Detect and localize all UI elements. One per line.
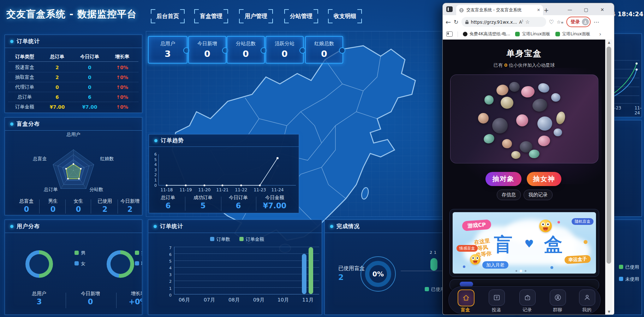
bar-plot-area bbox=[174, 247, 319, 294]
carousel-dot[interactable] bbox=[525, 270, 526, 272]
panel-title: 完成情况 bbox=[336, 223, 360, 230]
refresh-icon[interactable]: ↻ bbox=[454, 19, 458, 25]
tab-label[interactable]: 群聊 bbox=[553, 307, 562, 313]
save-info-button[interactable]: 存信息 bbox=[497, 190, 521, 200]
app-title: 单身宝盒 bbox=[443, 48, 606, 59]
draw-goddess-button[interactable]: 抽女神 bbox=[527, 172, 561, 186]
scrollbar-gutter bbox=[613, 40, 614, 315]
nav-site-management[interactable]: 分站管理 bbox=[284, 9, 318, 23]
right-x-label: 11-24 bbox=[634, 106, 642, 115]
tab-label[interactable]: 记录 bbox=[523, 307, 532, 313]
banner-image: 盲 ♥ 盒 游戏CP 随机盲盒 情感盲盒 幸运盒子 加入月老 在这里等风也等你 bbox=[453, 212, 596, 274]
bookmark-bt-panel-1[interactable]: 宝塔Linux面板 bbox=[515, 31, 550, 37]
banner-carousel[interactable]: 盲 ♥ 盒 游戏CP 随机盲盒 情感盲盒 幸运盒子 加入月老 在这里等风也等你 bbox=[449, 209, 599, 277]
favorite-star-icon[interactable]: ☆ bbox=[525, 19, 530, 25]
stat-total-users: 总用户3 bbox=[23, 291, 56, 306]
stat-today-orders: 今日订单6 bbox=[222, 195, 254, 210]
table-row: 代理订单 0 0 ↑0% bbox=[8, 82, 138, 92]
bookmark-wallpaper[interactable]: 免费4K高清壁纸-电... bbox=[463, 31, 510, 37]
panel-dot-icon bbox=[10, 122, 13, 126]
tab-records[interactable] bbox=[519, 289, 536, 306]
mini-bar-used bbox=[430, 258, 437, 271]
url-text: https://grzy.91wx.x... bbox=[471, 19, 517, 25]
back-icon[interactable]: ← bbox=[446, 18, 451, 26]
close-button[interactable]: ✕ bbox=[597, 5, 608, 14]
new-tab-button[interactable]: + bbox=[541, 6, 551, 14]
tab-label[interactable]: 我的 bbox=[582, 307, 591, 313]
tab-search-icon[interactable] bbox=[446, 31, 453, 37]
tab-group-chat[interactable] bbox=[550, 289, 566, 306]
panel-dot-icon bbox=[154, 139, 157, 142]
bar-order-amount bbox=[309, 247, 313, 294]
bookmarks-overflow-icon[interactable]: › bbox=[599, 31, 601, 37]
user-distribution-panel: 用户分布 男 女 实习月老 职业月老 总用户3 今日新增0 增长率+0% bbox=[5, 220, 142, 315]
nav-user-management[interactable]: 用户管理 bbox=[239, 9, 273, 23]
matchmaker-donut-chart bbox=[107, 250, 134, 278]
page-title: 交友盲盒系统 - 数据监控平台 bbox=[6, 8, 137, 20]
nav-finance-detail[interactable]: 收支明细 bbox=[328, 9, 362, 23]
completion-donut: 0% bbox=[360, 256, 396, 292]
panel-dot-icon bbox=[10, 40, 13, 43]
scroll-down-icon[interactable]: ▼ bbox=[606, 309, 613, 315]
person-icon bbox=[583, 294, 591, 301]
tag-random-box: 随机盲盒 bbox=[572, 218, 594, 225]
radar-axis-label: 红娘数 bbox=[100, 156, 114, 162]
order-bar-panel: 订单统计 订单数 订单金额 765 432 10 06月 07月 08月 09月… bbox=[148, 220, 322, 315]
app-tab-bar: 盲盒 投递 记录 bbox=[448, 286, 601, 314]
stat-used: 已使用2 bbox=[91, 198, 119, 214]
tab-blindbox[interactable] bbox=[458, 289, 475, 306]
more-menu-icon[interactable]: ⋯ bbox=[594, 19, 599, 25]
app-content: 单身宝盒 已有 0 位小伙伴加入心动星球 bbox=[443, 40, 606, 315]
avatar bbox=[516, 114, 528, 126]
completion-percent: 0% bbox=[372, 270, 384, 278]
stat-new-today: 今日新增0 bbox=[74, 291, 107, 306]
gender-donut-chart bbox=[25, 250, 53, 278]
stat-today-amount: 今日金额¥7.00 bbox=[257, 195, 292, 210]
browser-tab[interactable]: 交友盲盒系统 - 交友盲盒系统 ✕ bbox=[456, 5, 543, 15]
tab-close-icon[interactable]: ✕ bbox=[537, 8, 540, 12]
bookmark-favicon bbox=[463, 32, 467, 36]
stat-card-total-users: 总用户 3 bbox=[148, 36, 187, 64]
table-row: 订单金额 ¥7.00 ¥7.00 ↑0% bbox=[8, 102, 138, 112]
nav-home[interactable]: 后台首页 bbox=[151, 9, 185, 23]
joined-count: 0 bbox=[504, 62, 507, 68]
avatar bbox=[501, 138, 512, 149]
workspaces-icon[interactable] bbox=[446, 6, 453, 12]
minimize-button[interactable]: — bbox=[565, 5, 575, 14]
carousel-dot-active[interactable] bbox=[520, 270, 522, 272]
bookmark-favicon bbox=[555, 32, 560, 36]
browser-essentials-icon[interactable]: ♡ bbox=[549, 19, 554, 25]
bar-order-count bbox=[302, 254, 306, 294]
tab-delivery[interactable] bbox=[489, 289, 505, 306]
favorites-bar-icon[interactable]: ☆≡ bbox=[557, 19, 564, 25]
avatar bbox=[550, 92, 561, 102]
table-row: 总订单 6 6 ↑0% bbox=[8, 92, 138, 102]
bookmark-favicon bbox=[515, 32, 520, 36]
emoji-face-icon bbox=[470, 254, 481, 265]
nav-box-management[interactable]: 盲盒管理 bbox=[194, 9, 228, 23]
my-records-button[interactable]: 我的记录 bbox=[524, 190, 553, 200]
maximize-button[interactable]: ▢ bbox=[581, 5, 591, 14]
browser-scrollbar[interactable]: ▲ ▼ bbox=[605, 40, 613, 315]
avatar-sphere-card bbox=[450, 74, 598, 163]
profile-avatar bbox=[582, 18, 589, 25]
avatar bbox=[478, 113, 489, 124]
tab-label[interactable]: 盲盒 bbox=[461, 307, 470, 313]
avatar bbox=[554, 128, 562, 136]
carousel-dots[interactable] bbox=[515, 270, 526, 272]
stat-card-total-sites: 分站总数 0 bbox=[227, 36, 265, 64]
bar-legend: 订单数 订单金额 bbox=[210, 235, 264, 243]
url-bar[interactable]: https://grzy.91wx.x... A) ☆ bbox=[461, 17, 546, 27]
carousel-dot[interactable] bbox=[515, 270, 517, 272]
scrollbar-thumb[interactable] bbox=[607, 47, 611, 264]
order-stats-panel: 订单统计 订单类型 总订单 今日订单 增长率 投递盲盒 2 0 ↑0% 抽取盲盒… bbox=[5, 35, 142, 113]
read-aloud-icon[interactable]: A) bbox=[519, 19, 523, 25]
tab-label[interactable]: 投递 bbox=[492, 307, 501, 313]
login-button[interactable]: 登录 bbox=[566, 17, 591, 27]
box-distribution-panel: 盲盒分布 总用户 红娘数 分站数 总订单 总盲盒 总盲盒0 男生0 bbox=[5, 117, 142, 215]
tab-mine[interactable] bbox=[579, 289, 595, 306]
scroll-up-icon[interactable]: ▲ bbox=[606, 40, 613, 45]
bookmark-bt-panel-2[interactable]: 宝塔Linux面板 bbox=[555, 31, 590, 37]
emoji-face-icon bbox=[539, 220, 552, 232]
draw-partner-button[interactable]: 抽对象 bbox=[485, 172, 521, 186]
